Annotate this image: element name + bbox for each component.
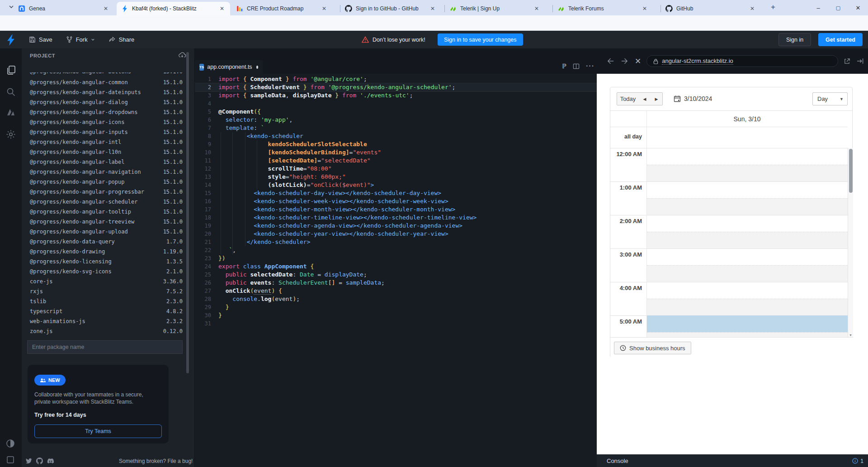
download-project-icon[interactable]: [178, 51, 186, 59]
show-business-hours-button[interactable]: Show business hours: [614, 342, 691, 354]
package-row--progress-kendo-angular-inputs[interactable]: @progress/kendo-angular-inputs15.1.0: [22, 127, 185, 137]
deploy-icon[interactable]: [5, 107, 16, 118]
file-a-bug-link[interactable]: Something broken? File a bug!: [119, 458, 193, 464]
package-row--progress-kendo-drawing[interactable]: @progress/kendo-drawing1.19.0: [22, 247, 185, 257]
code-line-19[interactable]: 19 <kendo-scheduler-agenda-view></kendo-…: [195, 222, 597, 230]
selected-time-slot[interactable]: [647, 315, 848, 332]
tab-close-icon[interactable]: ✕: [321, 5, 328, 12]
package-row-core-js[interactable]: core-js3.36.0: [22, 276, 185, 286]
package-row--progress-kendo-angular-treeview[interactable]: @progress/kendo-angular-treeview15.1.0: [22, 217, 185, 227]
code-line-16[interactable]: 16 <kendo-scheduler-week-view></kendo-sc…: [195, 197, 597, 205]
code-line-23[interactable]: 23}): [195, 254, 597, 262]
package-row--progress-kendo-angular-dateinputs[interactable]: @progress/kendo-angular-dateinputs15.1.0: [22, 87, 185, 97]
preview-url-bar[interactable]: angular-st2crm.stackblitz.io: [646, 55, 838, 67]
prev-day-button[interactable]: ◀: [639, 92, 651, 105]
prettier-icon[interactable]: ℙ: [562, 62, 566, 70]
package-row-clipped[interactable]: @progress/kendo-angular-buttons15.1.0: [22, 72, 185, 76]
package-row--progress-kendo-data-query[interactable]: @progress/kendo-data-query1.7.0: [22, 237, 185, 247]
try-teams-button[interactable]: Try Teams: [34, 424, 162, 438]
view-select[interactable]: Day ▼: [812, 92, 848, 105]
package-row--progress-kendo-angular-progressbar[interactable]: @progress/kendo-angular-progressbar15.1.…: [22, 187, 185, 197]
code-line-22[interactable]: 22 `,: [195, 246, 597, 254]
code-line-29[interactable]: 29 }: [195, 303, 597, 311]
browser-tab-6[interactable]: Telerik Forums✕: [553, 2, 653, 15]
time-slot[interactable]: [647, 299, 848, 315]
time-slot[interactable]: [647, 165, 848, 181]
get-started-button[interactable]: Get started: [818, 33, 863, 46]
code-line-31[interactable]: 31: [195, 319, 597, 328]
browser-tab-3[interactable]: CRE Product Roadmap✕: [231, 2, 332, 15]
sidebar-scrollbar[interactable]: [186, 49, 189, 466]
code-line-3[interactable]: 3import { sampleData, displayDate } from…: [195, 91, 597, 100]
code-line-30[interactable]: 30}: [195, 311, 597, 319]
package-row-rxjs[interactable]: rxjs7.5.2: [22, 286, 185, 296]
code-line-25[interactable]: 25 public selectedDate: Date = displayDa…: [195, 271, 597, 279]
package-row--progress-kendo-angular-l10n[interactable]: @progress/kendo-angular-l10n15.1.0: [22, 147, 185, 157]
open-in-new-icon[interactable]: [844, 58, 850, 65]
stackblitz-logo-icon[interactable]: [6, 34, 15, 46]
fork-button[interactable]: Fork: [66, 36, 95, 43]
tab-close-icon[interactable]: ✕: [641, 5, 648, 12]
code-line-7[interactable]: 7 template: `: [195, 124, 597, 132]
browser-tab-1[interactable]: Genea✕: [14, 2, 114, 15]
tab-close-icon[interactable]: ✕: [429, 5, 436, 12]
code-line-27[interactable]: 27 onClick(event) {: [195, 287, 597, 295]
package-row--progress-kendo-angular-dropdowns[interactable]: @progress/kendo-angular-dropdowns15.1.0: [22, 107, 185, 117]
code-line-18[interactable]: 18 <kendo-scheduler-timeline-view></kend…: [195, 214, 597, 222]
preview-forward-icon[interactable]: [621, 57, 628, 65]
save-button[interactable]: Save: [29, 36, 52, 43]
code-line-26[interactable]: 26 public events: SchedulerEvent[] = sam…: [195, 279, 597, 287]
time-slot[interactable]: [647, 232, 848, 248]
share-button[interactable]: Share: [108, 36, 135, 43]
code-line-13[interactable]: 13 style="height: 600px;": [195, 173, 597, 181]
code-line-15[interactable]: 15 <kendo-scheduler-day-view></kendo-sch…: [195, 189, 597, 197]
browser-tab-2[interactable]: Kbaf4t (forked) - StackBlitz✕: [117, 2, 230, 15]
browser-tab-5[interactable]: Telerik | Sign Up✕: [445, 2, 545, 15]
code-line-17[interactable]: 17 <kendo-scheduler-month-view></kendo-s…: [195, 205, 597, 214]
code-line-2[interactable]: 2import { SchedulerEvent } from '@progre…: [195, 83, 597, 91]
package-row--progress-kendo-angular-dialog[interactable]: @progress/kendo-angular-dialog15.1.0: [22, 97, 185, 107]
sign-in-button[interactable]: Sign in: [778, 33, 811, 46]
code-line-21[interactable]: 21 </kendo-scheduler>: [195, 238, 597, 246]
dock-preview-icon[interactable]: [857, 58, 864, 64]
console-bar[interactable]: Console 1: [597, 454, 868, 467]
search-icon[interactable]: [5, 86, 16, 97]
package-row-web-animations-js[interactable]: web-animations-js2.3.2: [22, 316, 185, 326]
time-slot[interactable]: [647, 198, 848, 215]
time-slot[interactable]: [647, 248, 848, 265]
package-row--progress-kendo-angular-scheduler[interactable]: @progress/kendo-angular-scheduler15.1.0: [22, 197, 185, 207]
scroll-down-icon[interactable]: ▼: [849, 334, 852, 337]
package-row--progress-kendo-angular-label[interactable]: @progress/kendo-angular-label15.1.0: [22, 157, 185, 167]
theme-toggle-icon[interactable]: [5, 438, 15, 448]
window-close-button[interactable]: ✕: [848, 0, 868, 15]
code-line-10[interactable]: 10 [kendoSchedulerBinding]="events": [195, 148, 597, 157]
code-line-5[interactable]: 5@Component({: [195, 108, 597, 116]
browser-tab-4[interactable]: Sign in to GitHub - GitHub✕: [340, 2, 441, 15]
code-line-4[interactable]: 4: [195, 100, 597, 108]
tab-close-icon[interactable]: ✕: [533, 5, 540, 12]
grid-scroll-thumb[interactable]: [849, 149, 853, 193]
package-row--progress-kendo-angular-upload[interactable]: @progress/kendo-angular-upload15.1.0: [22, 227, 185, 237]
package-row--progress-kendo-angular-common[interactable]: @progress/kendo-angular-common15.1.0: [22, 77, 185, 87]
window-maximize-button[interactable]: ▢: [828, 0, 848, 15]
time-slot[interactable]: [647, 282, 848, 299]
package-row--progress-kendo-angular-icons[interactable]: @progress/kendo-angular-icons15.1.0: [22, 117, 185, 127]
tab-close-icon[interactable]: ✕: [102, 5, 109, 12]
github-icon[interactable]: [36, 457, 43, 464]
sign-in-to-save-button[interactable]: Sign in to save your changes: [438, 33, 523, 46]
time-slot[interactable]: [647, 148, 848, 165]
package-row--progress-kendo-angular-intl[interactable]: @progress/kendo-angular-intl15.1.0: [22, 137, 185, 147]
code-line-6[interactable]: 6 selector: 'my-app',: [195, 116, 597, 124]
settings-gear-icon[interactable]: [5, 129, 16, 140]
window-minimize-button[interactable]: –: [808, 0, 828, 15]
split-editor-icon[interactable]: [573, 63, 580, 70]
discord-icon[interactable]: [47, 458, 54, 464]
package-row-zone-js[interactable]: zone.js0.12.0: [22, 326, 185, 336]
package-search-input[interactable]: [27, 340, 183, 354]
time-slot[interactable]: [647, 265, 848, 282]
time-slot[interactable]: [647, 181, 848, 198]
code-line-14[interactable]: 14 (slotCLick)="onClick($event)">: [195, 181, 597, 189]
docs-box-icon[interactable]: [5, 455, 15, 465]
browser-tab-7[interactable]: GitHub✕: [661, 2, 760, 15]
tab-close-icon[interactable]: ✕: [749, 5, 756, 12]
